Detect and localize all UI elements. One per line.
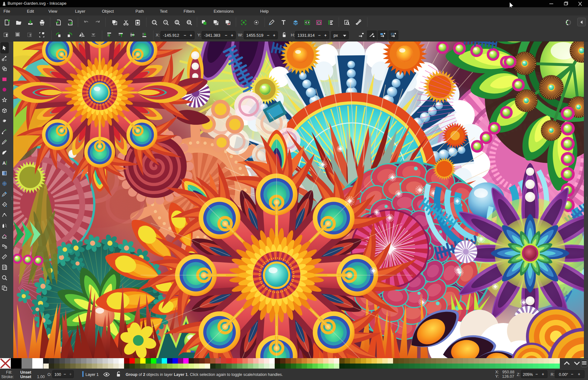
svg-text:{}: {}	[317, 21, 321, 25]
svg-text:A: A	[3, 160, 6, 166]
